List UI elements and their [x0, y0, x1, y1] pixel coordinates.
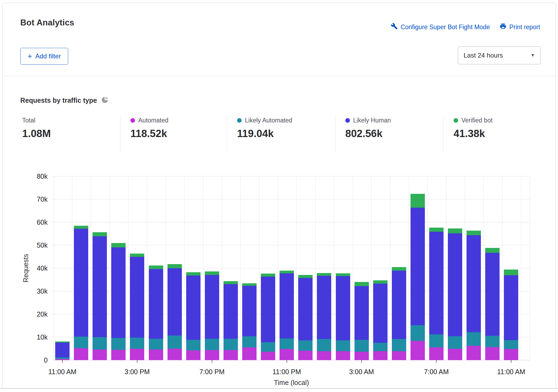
- bar-segment-likely-human: [411, 208, 425, 325]
- bar-segment-likely-automated: [298, 340, 313, 351]
- bar-segment-likely-automated: [485, 336, 500, 347]
- x-axis-title: Time (local): [274, 379, 309, 386]
- bar-segment-likely-automated: [261, 342, 275, 352]
- bar-segment-verified-bot: [336, 273, 350, 276]
- bar-segment-likely-human: [280, 273, 294, 338]
- bar-segment-likely-human: [485, 253, 500, 336]
- bar-segment-verified-bot: [467, 231, 481, 235]
- x-tick-label: 3:00 PM: [124, 368, 150, 376]
- y-tick-label: 70k: [37, 195, 48, 203]
- bar-segment-verified-bot: [55, 341, 70, 343]
- bar-segment-verified-bot: [242, 283, 257, 286]
- y-tick-label: 40k: [37, 264, 48, 272]
- bar-segment-likely-human: [186, 275, 201, 340]
- bar-segment-verified-bot: [74, 226, 88, 229]
- bar-segment-verified-bot: [280, 271, 294, 273]
- y-tick-label: 20k: [37, 310, 48, 318]
- bar-segment-likely-human: [429, 232, 444, 334]
- bar-segment-verified-bot: [186, 272, 201, 275]
- bar-segment-automated: [373, 351, 388, 360]
- bar-segment-likely-automated: [373, 343, 388, 351]
- bar-segment-likely-automated: [467, 332, 481, 346]
- y-axis-title: Requests: [22, 254, 29, 283]
- bar-segment-likely-human: [205, 275, 219, 339]
- bar-segment-automated: [261, 352, 275, 360]
- bar-segment-likely-human: [467, 235, 481, 333]
- bar-segment-verified-bot: [448, 228, 462, 233]
- bar-segment-likely-automated: [74, 337, 88, 348]
- bar-segment-automated: [74, 348, 88, 360]
- bar-segment-likely-automated: [111, 338, 126, 350]
- bar-segment-likely-human: [55, 343, 70, 357]
- bar-segment-automated: [224, 350, 238, 360]
- bar-segment-automated: [448, 349, 462, 360]
- bar-segment-likely-automated: [355, 340, 369, 351]
- bar-segment-verified-bot: [224, 281, 238, 284]
- bar-segment-automated: [280, 349, 294, 360]
- bar-segment-likely-automated: [55, 357, 70, 359]
- x-tick-label: 11:00 AM: [48, 368, 77, 376]
- requests-stacked-bar-chart: 010k20k30k40k50k60k70k80k11:00 AM3:00 PM…: [0, 0, 558, 392]
- x-tick-label: 3:00 AM: [349, 368, 374, 376]
- bar-segment-likely-automated: [242, 336, 257, 348]
- bar-segment-automated: [298, 351, 313, 360]
- bar-segment-likely-automated: [411, 325, 425, 341]
- bar-segment-automated: [55, 359, 70, 360]
- x-tick-label: 11:00 PM: [273, 368, 301, 376]
- bar-segment-verified-bot: [205, 271, 219, 275]
- bar-segment-likely-human: [317, 276, 331, 339]
- bar-segment-automated: [242, 347, 257, 360]
- bar-segment-verified-bot: [429, 228, 444, 232]
- bar-segment-verified-bot: [355, 282, 369, 286]
- bar-segment-likely-human: [392, 271, 406, 339]
- bar-segment-verified-bot: [93, 232, 107, 236]
- bar-segment-verified-bot: [411, 194, 425, 207]
- bar-segment-likely-automated: [168, 335, 182, 348]
- bar-segment-likely-human: [111, 247, 126, 338]
- bar-segment-automated: [467, 346, 481, 360]
- bar-segment-likely-human: [261, 277, 275, 342]
- bar-segment-likely-automated: [186, 340, 201, 350]
- bar-segment-automated: [149, 350, 163, 360]
- bar-segment-likely-automated: [392, 339, 406, 351]
- bar-segment-likely-automated: [93, 337, 107, 350]
- bar-segment-likely-human: [168, 268, 182, 335]
- bar-segment-automated: [186, 350, 201, 360]
- bar-segment-likely-human: [355, 286, 369, 340]
- bar-segment-automated: [411, 341, 425, 360]
- bar-segment-verified-bot: [392, 267, 406, 271]
- bar-segment-likely-human: [74, 229, 88, 337]
- bar-segment-likely-automated: [130, 338, 144, 349]
- bar-segment-verified-bot: [504, 270, 518, 275]
- bar-segment-likely-automated: [336, 340, 350, 351]
- bar-segment-automated: [93, 350, 107, 360]
- y-tick-label: 0: [44, 356, 48, 364]
- bar-segment-likely-automated: [504, 340, 518, 349]
- bar-segment-likely-human: [242, 286, 257, 336]
- bar-segment-verified-bot: [373, 280, 388, 284]
- bar-segment-likely-automated: [149, 339, 163, 350]
- bar-segment-likely-automated: [317, 339, 331, 351]
- x-tick-label: 7:00 PM: [199, 368, 225, 376]
- bar-segment-likely-human: [298, 278, 313, 340]
- bar-segment-likely-human: [93, 236, 107, 337]
- bar-segment-likely-human: [224, 284, 238, 339]
- bar-segment-verified-bot: [168, 264, 182, 268]
- bar-segment-likely-automated: [280, 338, 294, 349]
- bar-segment-automated: [168, 349, 182, 360]
- bar-segment-likely-human: [130, 257, 144, 337]
- bar-segment-verified-bot: [261, 274, 275, 276]
- bar-segment-automated: [429, 347, 444, 360]
- bar-segment-likely-human: [149, 269, 163, 339]
- y-tick-label: 10k: [37, 333, 48, 341]
- bar-segment-automated: [392, 351, 406, 360]
- bar-segment-likely-automated: [448, 336, 462, 348]
- bar-segment-automated: [485, 347, 500, 360]
- bar-segment-likely-automated: [205, 339, 219, 350]
- bar-segment-verified-bot: [130, 254, 144, 257]
- y-tick-label: 80k: [37, 172, 48, 180]
- bar-segment-likely-human: [336, 276, 350, 340]
- x-tick-label: 7:00 AM: [424, 368, 449, 376]
- bar-segment-automated: [336, 351, 350, 360]
- bar-segment-automated: [355, 352, 369, 360]
